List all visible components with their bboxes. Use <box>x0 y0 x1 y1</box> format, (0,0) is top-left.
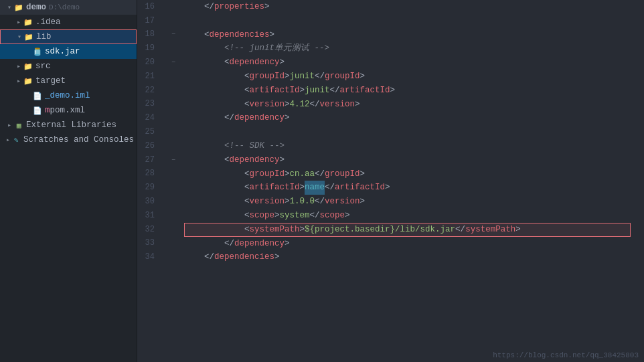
gutter-32 <box>168 223 179 237</box>
gutter-17 <box>168 14 179 28</box>
sidebar-item-external-libraries[interactable]: ▦ External Libraries <box>0 118 137 132</box>
code-line-30: <version>1.0.0</version> <box>184 195 631 209</box>
gutter-34 <box>168 250 179 264</box>
line-29: 29 <box>137 181 160 195</box>
line-28: 28 <box>137 167 160 181</box>
pom-xml-label: m <box>45 106 50 115</box>
gutter-fold-20[interactable]: − <box>168 56 179 70</box>
code-line-16: </properties> <box>184 0 631 14</box>
code-line-29: <artifactId>name</artifactId> <box>184 181 631 195</box>
src-folder-icon: 📁 <box>23 61 33 72</box>
gutter-fold-18[interactable]: − <box>168 28 179 42</box>
arrow-pom <box>24 106 32 115</box>
code-line-24: </dependency> <box>184 111 631 125</box>
sdk-jar-label: sdk.jar <box>45 47 80 56</box>
gutter-28 <box>168 167 179 181</box>
gutter-19 <box>168 41 179 56</box>
scratches-icon: ✎ <box>11 134 21 145</box>
sidebar: 📁 demo D:\demo 📁 .idea 📁 lib 🫙 sdk.jar 📁… <box>0 0 137 362</box>
idea-folder-icon: 📁 <box>23 17 33 27</box>
gutter-29 <box>168 181 179 195</box>
line-18: 18 <box>137 28 160 42</box>
arrow-ext-libs <box>5 121 13 129</box>
sidebar-item-demo[interactable]: 📁 demo D:\demo <box>0 0 137 15</box>
demo-folder-icon: 📁 <box>13 2 24 13</box>
sidebar-item-src[interactable]: 📁 src <box>0 59 137 74</box>
sidebar-item-lib[interactable]: 📁 lib <box>0 29 137 44</box>
iml-file-icon: 📄 <box>32 90 43 101</box>
sidebar-item-idea[interactable]: 📁 .idea <box>0 15 137 29</box>
arrow-demo <box>5 3 13 11</box>
code-line-23: <version>4.12</version> <box>184 98 631 112</box>
sidebar-item-pom-xml[interactable]: 📄 m pom.xml <box>0 103 137 118</box>
sidebar-item-target[interactable]: 📁 target <box>0 74 137 88</box>
line-26: 26 <box>137 139 160 153</box>
code-line-28: <groupId>cn.aa</groupId> <box>184 167 631 181</box>
arrow-idea <box>15 18 23 26</box>
line-16: 16 <box>137 0 160 14</box>
gutter-fold-27[interactable]: − <box>168 153 179 167</box>
line-19: 19 <box>137 41 160 56</box>
gutter-33 <box>168 237 179 251</box>
editor-panel: 16 17 18 19 20 21 22 23 24 25 26 27 28 2… <box>137 0 644 362</box>
line-17: 17 <box>137 14 160 28</box>
gutter-25 <box>168 125 179 139</box>
code-line-18: <dependencies> <box>184 28 631 42</box>
src-label: src <box>35 62 51 71</box>
code-line-25 <box>184 125 631 139</box>
line-32: 32 <box>137 223 160 237</box>
line-33: 33 <box>137 237 160 251</box>
line-22: 22 <box>137 84 160 98</box>
line-20: 20 <box>137 56 160 70</box>
arrow-target <box>15 77 23 85</box>
gutter-24 <box>168 111 179 125</box>
demo-label: demo <box>26 3 46 12</box>
line-34: 34 <box>137 250 160 264</box>
gutter-21 <box>168 70 179 84</box>
code-line-33: </dependency> <box>184 237 631 251</box>
line-numbers: 16 17 18 19 20 21 22 23 24 25 26 27 28 2… <box>137 0 168 362</box>
xml-file-icon: 📄 <box>32 105 43 116</box>
gutter-22 <box>168 84 179 98</box>
line-30: 30 <box>137 195 160 209</box>
line-24: 24 <box>137 111 160 125</box>
idea-label: .idea <box>35 17 61 27</box>
watermark: https://blog.csdn.net/qq_38425803 <box>493 351 639 359</box>
code-line-21: <groupId>junit</groupId> <box>184 70 631 84</box>
code-line-17 <box>184 14 631 28</box>
target-label: target <box>35 76 66 86</box>
line-27: 27 <box>137 153 160 167</box>
line-21: 21 <box>137 70 160 84</box>
arrow-sdk-jar <box>24 48 32 56</box>
ext-libs-icon: ▦ <box>13 120 24 130</box>
code-line-20: <dependency> <box>184 56 631 70</box>
arrow-lib <box>15 33 23 41</box>
code-area[interactable]: 16 17 18 19 20 21 22 23 24 25 26 27 28 2… <box>137 0 644 362</box>
gutter-26 <box>168 139 179 153</box>
target-folder-icon: 📁 <box>23 76 33 86</box>
demo-iml-label: _demo.iml <box>45 91 90 100</box>
code-gutter: − − − <box>168 0 179 362</box>
lib-folder-icon: 📁 <box>23 31 34 42</box>
line-25: 25 <box>137 125 160 139</box>
code-line-32: <systemPath>${project.basedir}/lib/sdk.j… <box>184 223 631 237</box>
sidebar-item-scratches[interactable]: ✎ Scratches and Consoles <box>0 132 137 147</box>
sidebar-item-sdk-jar[interactable]: 🫙 sdk.jar <box>0 44 137 59</box>
line-23: 23 <box>137 98 160 112</box>
code-line-22: <artifactId>junit</artifactId> <box>184 84 631 98</box>
code-line-34: </dependencies> <box>184 250 631 264</box>
gutter-30 <box>168 195 179 209</box>
code-line-31: <scope>system</scope> <box>184 209 631 223</box>
code-content[interactable]: </properties> <dependencies> <!-- junit单… <box>179 0 644 362</box>
gutter-31 <box>168 209 179 223</box>
jar-icon: 🫙 <box>32 46 43 57</box>
arrow-scratches <box>5 136 11 144</box>
demo-path: D:\demo <box>49 3 80 11</box>
code-line-27: <dependency> <box>184 153 631 167</box>
sidebar-item-demo-iml[interactable]: 📄 _demo.iml <box>0 88 137 103</box>
line-31: 31 <box>137 209 160 223</box>
code-line-19: <!-- junit单元测试 --> <box>184 41 631 56</box>
gutter-16 <box>168 0 179 14</box>
arrow-iml <box>24 91 32 100</box>
gutter-23 <box>168 98 179 112</box>
